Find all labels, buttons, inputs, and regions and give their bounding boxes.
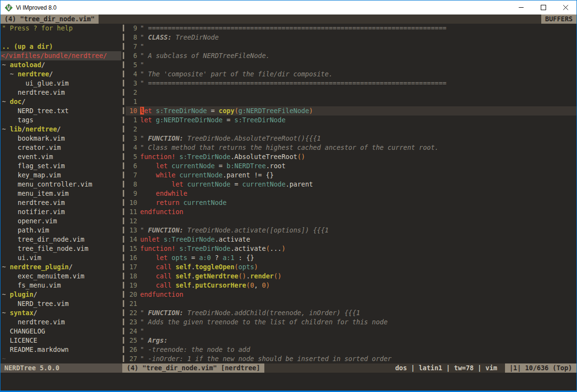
token-pun [168,254,172,261]
tree-file-menu-controller[interactable]: menu_controller.vim [0,180,121,189]
code-text [137,125,140,134]
window-separator[interactable] [121,24,126,363]
tree-file-path[interactable]: path.vim [0,226,121,235]
tab-tree-dir-node[interactable]: (4) "tree_dir_node.vim" [0,15,99,24]
code-line[interactable]: 3" =====================================… [126,79,577,88]
code-line[interactable]: 17 call self.toggleOpen(opts) [126,262,577,272]
tree-dir-plugin[interactable]: ~ plugin/ [0,290,121,299]
tree-file-event[interactable]: event.vim [0,152,121,161]
tree-dir-doc[interactable]: ~ doc/ [0,97,121,106]
code-line[interactable]: 6 let currentNode = b:NERDTree.root [126,161,577,171]
code-line[interactable]: 4" The 'composite' part of the file/dir … [126,70,577,79]
token-id: s:TreeDirNode [179,245,231,252]
tree-file-nerd-tree-vim[interactable]: NERD_tree.vim [0,299,121,308]
code-line[interactable]: 8 let currentNode = currentNode.parent [126,180,577,189]
code-line[interactable]: 5" [126,60,577,70]
tree-file-exec-menuitem[interactable]: exec_menuitem.vim [0,272,121,281]
code-line[interactable]: 12 [126,217,577,226]
code-line[interactable]: 9 endwhile [126,189,577,198]
code-line[interactable]: 21 [126,299,577,308]
tree-file-creator[interactable]: creator.vim [0,143,121,152]
code-line[interactable]: 10 return currentNode [126,198,577,207]
code-line[interactable]: 3" FUNCTION: TreeDirNode.AbsoluteTreeRoo… [126,134,577,143]
tree-up-a-dir[interactable]: .. (up a dir) [0,42,121,51]
tree-file-nerdtree-vim[interactable]: nerdtree.vim [0,88,121,97]
code-line[interactable]: 18 call self.getNerdtree().render() [126,272,577,281]
tree-dir-nerdtree-plugin[interactable]: ~ nerdtree_plugin/ [0,262,121,272]
code-line[interactable]: 27" -inOrder: 1 if the new node should b… [126,354,577,363]
tree-file-licence[interactable]: LICENCE [0,336,121,345]
tree-file-nerd-tree-txt[interactable]: NERD_tree.txt [0,106,121,116]
code-line[interactable]: 13" FUNCTION: TreeDirNode.activate([opti… [126,226,577,235]
tree-dir-autoload[interactable]: ~ autoload/ [0,60,121,70]
code-line[interactable]: 9" =====================================… [126,24,577,33]
tree-file-key-map[interactable]: key_map.vim [0,171,121,180]
tree-file-tree-file-node[interactable]: tree_file_node.vim [0,244,121,253]
code-line[interactable]: 8" CLASS: TreeDirNode [126,33,577,42]
tree-file-flag-set[interactable]: flag_set.vim [0,161,121,171]
code-line[interactable]: 7" [126,42,577,51]
code-line[interactable]: 25" Args: [126,336,577,345]
tree-root-path[interactable]: </vimfiles/bundle/nerdtree/ [0,51,121,60]
tree-file-nerdtree-syntax[interactable]: nerdtree.vim [0,318,121,327]
tree-file-ui[interactable]: ui.vim [0,253,121,262]
token-npad [2,180,18,188]
code-line[interactable]: 11endfunction [126,207,577,217]
code-line[interactable]: 1 [126,97,577,106]
tree-dir-lib-nerdtree[interactable]: ~ lib/nerdtree/ [0,125,121,134]
tree-file-tags[interactable]: tags [0,116,121,125]
token-nfile: ui.vim [18,254,42,261]
tree-file-notifier[interactable]: notifier.vim [0,207,121,217]
tree-file-changelog[interactable]: CHANGELOG [0,327,121,336]
code-line[interactable]: 2 [126,88,577,97]
code-line[interactable]: 20endfunction [126,290,577,299]
tree-file-bookmark[interactable]: bookmark.vim [0,134,121,143]
buffers-label[interactable]: BUFFERS [541,15,577,24]
tree-file-menu-item[interactable]: menu_item.vim [0,189,121,198]
code-line[interactable]: 5function! s:TreeDirNode.AbsoluteTreeRoo… [126,152,577,161]
tree-file-readme[interactable]: README.markdown [0,345,121,354]
tree-file-fs-menu[interactable]: fs_menu.vim [0,281,121,290]
code-line[interactable]: 16 let opts = a:0 ? a:1 : {} [126,253,577,262]
code-line[interactable]: 14unlet s:TreeDirNode.activate [126,235,577,244]
token-nfile: event.vim [18,153,53,160]
tree-file-tree-dir-node[interactable]: tree_dir_node.vim [0,235,121,244]
code-text: endfunction [137,290,183,299]
token-nfile: menu_item.vim [18,189,69,197]
code-text: call self.putCursorHere(0, 0) [137,281,270,290]
tree-dir-autoload-nerdtree[interactable]: ~ nerdtree/ [0,70,121,79]
code-line[interactable]: 23" Adds the given treenode to the list … [126,318,577,327]
code-line[interactable]: 22" FUNCTION: TreeDirNode.addChild(treen… [126,308,577,318]
code-line[interactable]: 7 while currentNode.parent != {} [126,171,577,180]
code-line[interactable]: 1let g:NERDTreeDirNode = s:TreeDirNode [126,116,577,125]
editor-buffer[interactable]: 9" =====================================… [126,24,577,363]
maximize-button[interactable] [532,0,554,15]
token-pun [140,254,156,261]
code-line[interactable]: 15function! s:TreeDirNode.activate(...) [126,244,577,253]
close-button[interactable] [554,0,577,15]
tree-file-nerdtree-lib[interactable]: nerdtree.vim [0,198,121,207]
code-line[interactable]: 2 [126,125,577,134]
tree-file-ui-glue[interactable]: ui_glue.vim [0,79,121,88]
code-text: " Class method that returns the highest … [137,143,439,152]
code-line[interactable]: 26" -treenode: the node to add [126,345,577,354]
titlebar[interactable]: Vi IMproved 8.0 [0,0,577,15]
code-line[interactable]: 4" Class method that returns the highest… [126,143,577,152]
line-number: 9 [126,189,137,198]
tree-help-hint[interactable]: " Press ? for help [0,24,121,33]
tree-dir-syntax[interactable]: ~ syntax/ [0,308,121,318]
code-text: let opts = a:0 ? a:1 : {} [137,253,254,262]
code-line[interactable]: 24" [126,327,577,336]
code-line-current[interactable]: 10let s:TreeDirNode = copy(g:NERDTreeFil… [126,106,577,116]
code-line[interactable]: 19 call self.putCursorHere(0, 0) [126,281,577,290]
minimize-button[interactable] [510,0,532,15]
code-line[interactable]: 6" A subclass of NERDTreeFileNode. [126,51,577,60]
nerdtree-panel[interactable]: " Press ? for help.. (up a dir)</vimfile… [0,24,121,363]
token-pun: .AbsoluteTreeRoot [231,153,297,160]
tree-file-opener[interactable]: opener.vim [0,217,121,226]
code-text: " FUNCTION: TreeDirNode.addChild(treenod… [137,308,360,318]
token-cmt: " Adds the given treenode to the list of… [140,318,388,326]
token-npad [2,235,18,243]
token-br: ) [254,263,258,271]
line-number: 8 [126,180,137,189]
